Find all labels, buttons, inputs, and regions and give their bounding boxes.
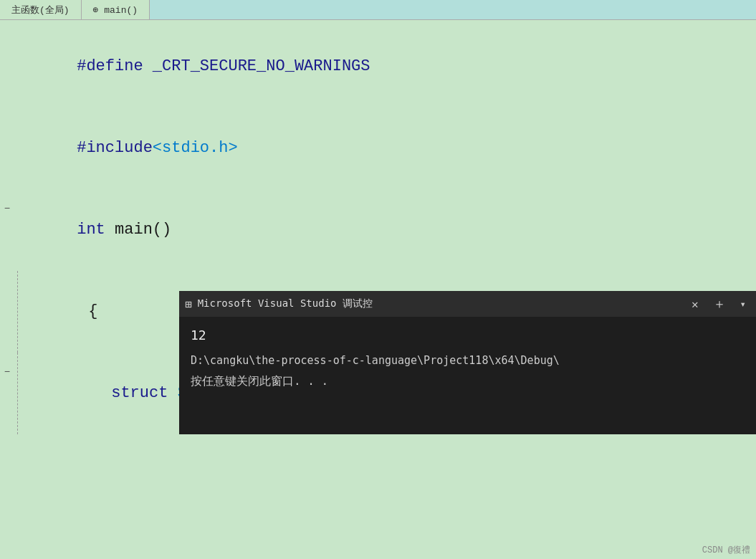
code-line-main-sig: − int main() bbox=[0, 189, 756, 271]
console-output-number: 12 bbox=[191, 325, 745, 346]
indent-guide-1 bbox=[17, 353, 26, 434]
console-close-btn[interactable]: ✕ bbox=[687, 296, 703, 312]
console-titlebar: ⊞ Microsoft Visual Studio 调试控 ✕ ＋ ▾ bbox=[179, 291, 756, 317]
code-text: int main() bbox=[14, 189, 756, 271]
code-text: #include<stdio.h> bbox=[14, 108, 756, 189]
console-title: Microsoft Visual Studio 调试控 bbox=[198, 297, 681, 310]
watermark: CSDN @復禮 bbox=[702, 544, 750, 556]
console-icon: ⊞ bbox=[185, 297, 192, 311]
console-body: 12 D:\cangku\the-process-of-c-language\P… bbox=[179, 317, 756, 398]
collapse-main-btn[interactable]: − bbox=[0, 195, 14, 222]
tab-function[interactable]: ⊕ main() bbox=[82, 0, 150, 19]
console-dropdown-btn[interactable]: ▾ bbox=[736, 297, 750, 311]
code-line-include: #include<stdio.h> bbox=[0, 108, 756, 189]
console-window: ⊞ Microsoft Visual Studio 调试控 ✕ ＋ ▾ 12 D… bbox=[179, 291, 756, 434]
console-add-btn[interactable]: ＋ bbox=[709, 294, 730, 314]
indent-guide-main bbox=[17, 271, 26, 353]
collapse-struct-btn[interactable]: − bbox=[0, 358, 14, 386]
console-output-path: D:\cangku\the-process-of-c-language\Proj… bbox=[191, 352, 745, 369]
code-editor: #define _CRT_SECURE_NO_WARNINGS #include… bbox=[0, 20, 756, 434]
tab-bar: 主函数(全局) ⊕ main() bbox=[0, 0, 756, 20]
tab-main[interactable]: 主函数(全局) bbox=[0, 0, 82, 19]
code-line-define: #define _CRT_SECURE_NO_WARNINGS bbox=[0, 26, 756, 108]
code-text: #define _CRT_SECURE_NO_WARNINGS bbox=[14, 26, 756, 108]
console-prompt: 按任意键关闭此窗口. . . bbox=[191, 372, 745, 391]
